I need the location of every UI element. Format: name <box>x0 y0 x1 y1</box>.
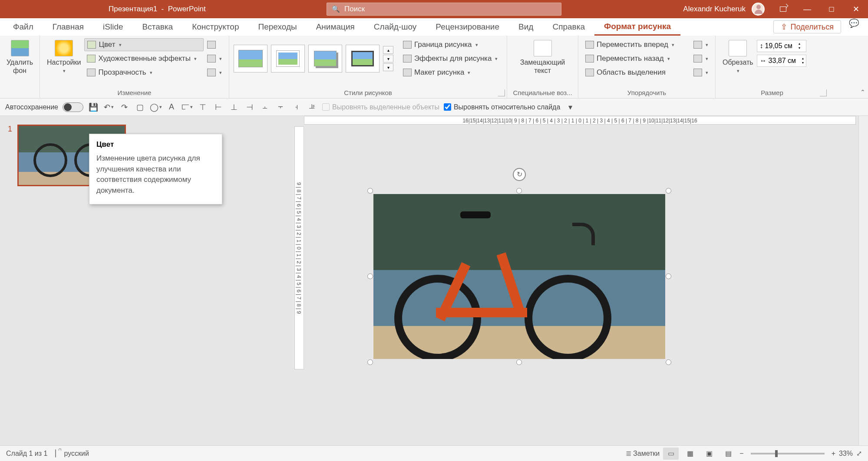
collapse-ribbon-button[interactable]: ⌃ <box>860 89 865 95</box>
normal-view-button[interactable]: ▭ <box>663 448 679 460</box>
width-down[interactable]: ▾ <box>801 61 805 65</box>
distribute-h-button[interactable]: ⫞ <box>291 102 302 113</box>
align-center-h-button[interactable]: ⫠ <box>260 102 271 113</box>
handle-tr[interactable] <box>666 188 671 194</box>
tab-help[interactable]: Справка <box>543 18 594 36</box>
vertical-ruler[interactable]: 9 | 8 | 7 | 6 | 5 | 4 | 3 | 2 | 1 | 0 | … <box>294 126 304 369</box>
align-selected-checkbox[interactable]: Выровнять выделенные объекты <box>322 103 439 111</box>
close-button[interactable]: ✕ <box>844 0 868 18</box>
notes-button[interactable]: ≣ Заметки <box>626 449 660 458</box>
height-up[interactable]: ▴ <box>797 42 802 46</box>
horizontal-ruler[interactable]: 16|15|14|13|12|11|10| 9 | 8 | 7 | 6 | 5 … <box>304 116 856 125</box>
picture-layout-button[interactable]: Макет рисунка▾ <box>400 66 500 79</box>
picture-border-button[interactable]: Граница рисунка▾ <box>400 38 500 51</box>
artistic-effects-button[interactable]: Художественные эффекты ▾ <box>84 52 204 65</box>
align-left-2-button[interactable]: ⊢ <box>213 102 224 113</box>
comments-button[interactable]: 💬 <box>844 18 865 28</box>
handle-tm[interactable] <box>516 188 522 194</box>
handle-ml[interactable] <box>367 273 373 279</box>
gallery-more-button[interactable]: ▾ <box>383 63 393 71</box>
search-input[interactable] <box>344 5 561 13</box>
style-thumb-4[interactable] <box>346 45 380 72</box>
height-field[interactable]: ↕ 19,05 см ▴▾ <box>757 40 806 52</box>
align-slide-checkbox[interactable]: Выровнять относительно слайда <box>444 103 560 111</box>
reading-view-button[interactable]: ▣ <box>701 448 717 460</box>
transparency-button[interactable]: Прозрачность ▾ <box>84 66 204 79</box>
style-thumb-3[interactable] <box>308 45 342 72</box>
tab-file[interactable]: Файл <box>3 18 43 36</box>
handle-tl[interactable] <box>367 188 373 194</box>
selection-pane-button[interactable]: Область выделения <box>583 66 690 79</box>
tab-transitions[interactable]: Переходы <box>249 18 307 36</box>
alt-text-button[interactable]: Замещающий текст <box>512 38 574 76</box>
handle-bm[interactable] <box>516 359 522 365</box>
fit-to-window-button[interactable]: ⤢ <box>856 449 862 458</box>
tab-review[interactable]: Рецензирование <box>426 18 509 36</box>
tab-design[interactable]: Конструктор <box>182 18 248 36</box>
width-field[interactable]: ↔ 33,87 см ▴▾ <box>757 55 806 67</box>
style-thumb-1[interactable] <box>234 45 267 72</box>
sorter-view-button[interactable]: ▦ <box>682 448 698 460</box>
zoom-out-button[interactable]: − <box>739 450 743 458</box>
gallery-down-button[interactable]: ▾ <box>383 55 393 63</box>
undo-button[interactable]: ↶▾ <box>103 102 115 113</box>
handle-br[interactable] <box>666 359 671 365</box>
zoom-slider[interactable] <box>751 453 825 454</box>
tab-insert[interactable]: Вставка <box>133 18 183 36</box>
tab-view[interactable]: Вид <box>509 18 543 36</box>
qat-customize-button[interactable]: ▾ <box>564 102 576 113</box>
spellcheck-button[interactable] <box>55 450 56 458</box>
group-button[interactable]: ▾ <box>691 52 711 65</box>
tab-animations[interactable]: Анимация <box>307 18 364 36</box>
user-avatar[interactable] <box>752 3 765 16</box>
maximize-button[interactable]: □ <box>819 0 844 18</box>
rotate-button[interactable]: ▾ <box>691 66 711 79</box>
styles-dialog-launcher[interactable] <box>498 89 505 96</box>
handle-bl[interactable] <box>367 359 373 365</box>
vertical-scrollbar[interactable] <box>858 116 868 445</box>
handle-mr[interactable] <box>666 273 671 279</box>
autosave-toggle[interactable] <box>63 102 83 112</box>
align-selected-input[interactable] <box>322 103 330 111</box>
corrections-button[interactable]: Настройки ▾ <box>44 38 83 79</box>
shapes-button[interactable]: ◯▾ <box>150 102 162 113</box>
rotate-handle[interactable] <box>513 168 526 181</box>
language-indicator[interactable]: русский <box>64 450 89 458</box>
style-thumb-2[interactable] <box>271 45 305 72</box>
selected-picture[interactable] <box>373 194 665 359</box>
align-right-button[interactable]: ⊣ <box>244 102 255 113</box>
width-up[interactable]: ▴ <box>801 56 805 61</box>
size-dialog-launcher[interactable] <box>820 89 827 96</box>
gallery-up-button[interactable]: ▴ <box>383 46 393 54</box>
align-center-v-button[interactable]: ⫟ <box>275 102 287 113</box>
crop-button[interactable]: Обрезать ▾ <box>720 38 756 76</box>
bring-forward-button[interactable]: Переместить вперед▾ <box>583 38 690 51</box>
redo-button[interactable]: ↷ <box>119 102 130 113</box>
tab-slideshow[interactable]: Слайд-шоу <box>364 18 426 36</box>
tab-picture-format[interactable]: Формат рисунка <box>594 18 680 36</box>
align-bottom-button[interactable]: ⊥ <box>228 102 240 113</box>
compress-pictures-button[interactable] <box>205 38 224 51</box>
ribbon-display-options-button[interactable] <box>771 0 795 18</box>
tab-islide[interactable]: iSlide <box>93 18 132 36</box>
search-box[interactable]: 🔍 <box>327 3 561 16</box>
change-picture-button[interactable]: ▾ <box>205 52 224 65</box>
slide-editor[interactable]: 16|15|14|13|12|11|10| 9 | 8 | 7 | 6 | 5 … <box>143 116 868 445</box>
align-left-button[interactable]: ⫍▾ <box>182 102 193 113</box>
distribute-v-button[interactable]: ⫡ <box>307 102 318 113</box>
minimize-button[interactable]: — <box>795 0 819 18</box>
color-button[interactable]: Цвет ▾ <box>84 38 204 51</box>
send-backward-button[interactable]: Переместить назад▾ <box>583 52 690 65</box>
tab-home[interactable]: Главная <box>43 18 93 36</box>
zoom-in-button[interactable]: + <box>832 450 835 458</box>
user-name[interactable]: Alexandr Kucheruk <box>683 5 746 13</box>
slideshow-from-start-button[interactable]: ▢ <box>135 102 146 113</box>
reset-picture-button[interactable]: ▾ <box>205 66 224 79</box>
picture-effects-button[interactable]: Эффекты для рисунка▾ <box>400 52 500 65</box>
align-slide-input[interactable] <box>444 103 451 111</box>
align-top-button[interactable]: ⊤ <box>197 102 208 113</box>
height-down[interactable]: ▾ <box>797 46 802 50</box>
remove-background-button[interactable]: Удалить фон <box>4 38 35 76</box>
align-button[interactable]: ▾ <box>691 38 711 51</box>
slide-counter[interactable]: Слайд 1 из 1 <box>6 450 47 458</box>
